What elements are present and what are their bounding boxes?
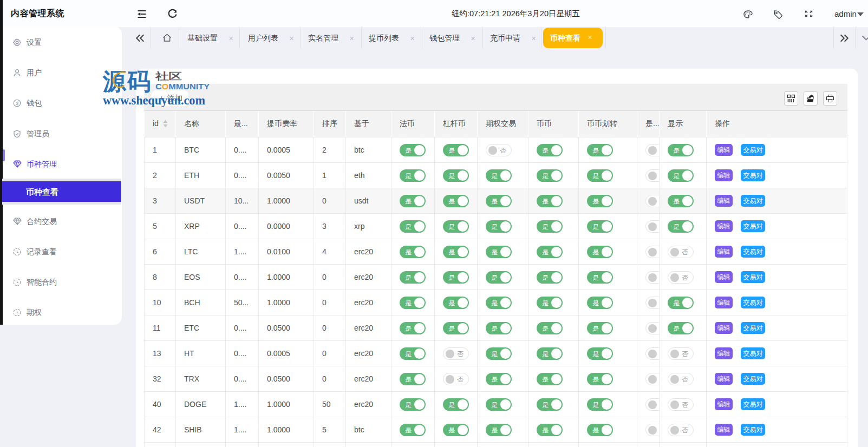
svg-text:社区: 社区 xyxy=(155,71,182,82)
svg-text:COMMUNITY: COMMUNITY xyxy=(155,82,210,91)
svg-text:$: $ xyxy=(16,101,18,106)
svg-text:www.shequyun.com: www.shequyun.com xyxy=(103,94,205,107)
svg-text:源码: 源码 xyxy=(102,68,152,94)
